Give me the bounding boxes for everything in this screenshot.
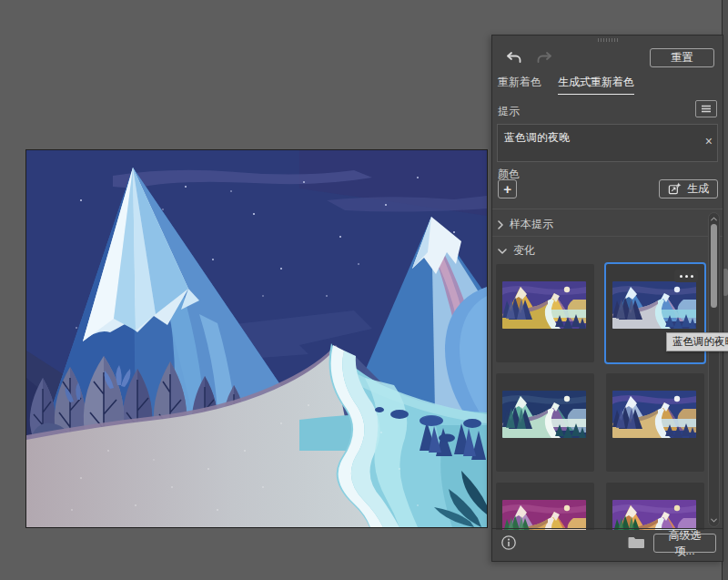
chevron-right-icon bbox=[498, 220, 503, 229]
info-icon bbox=[500, 534, 517, 551]
folder-icon bbox=[628, 536, 644, 549]
thumbnail-image bbox=[612, 500, 696, 530]
artboard[interactable] bbox=[25, 149, 488, 528]
info-button[interactable] bbox=[500, 534, 517, 551]
panel-footer: 高级选项... bbox=[492, 528, 723, 561]
prompt-presets-button[interactable] bbox=[695, 100, 717, 117]
thumbnail-tooltip: 蓝色调的夜晚 bbox=[666, 332, 728, 351]
prompt-input-box: 蓝色调的夜晚 × bbox=[497, 124, 718, 162]
thumbnail-image bbox=[612, 391, 696, 438]
undo-button[interactable] bbox=[504, 50, 523, 66]
generate-icon bbox=[668, 182, 682, 196]
thumbnail-image bbox=[612, 281, 696, 329]
tab-recolor[interactable]: 重新着色 bbox=[498, 75, 541, 95]
generative-recolor-panel: 重置 重新着色 生成式重新着色 提示 蓝色调的夜晚 × 颜色 + 生成 样本提示 bbox=[491, 35, 723, 562]
scroll-down-icon[interactable] bbox=[711, 518, 717, 523]
variation-thumbnail[interactable] bbox=[496, 483, 594, 530]
variation-thumbnail[interactable] bbox=[496, 373, 594, 472]
scrollbar-thumb[interactable] bbox=[711, 224, 717, 308]
reset-button[interactable]: 重置 bbox=[650, 48, 714, 67]
variations-label: 变化 bbox=[513, 243, 535, 259]
redo-icon bbox=[535, 50, 554, 66]
scrollbar[interactable] bbox=[708, 212, 720, 527]
scroll-up-icon[interactable] bbox=[711, 217, 717, 221]
panel-grip[interactable] bbox=[598, 38, 618, 42]
artwork-night-landscape bbox=[26, 150, 487, 527]
sample-prompts-label: 样本提示 bbox=[510, 217, 553, 232]
chevron-down-icon bbox=[498, 249, 507, 254]
thumbnail-image bbox=[502, 500, 586, 530]
generate-label: 生成 bbox=[687, 181, 709, 197]
advanced-options-button[interactable]: 高级选项... bbox=[653, 534, 716, 553]
tab-generative-recolor[interactable]: 生成式重新着色 bbox=[558, 75, 634, 95]
variation-thumbnail[interactable] bbox=[606, 373, 704, 472]
tab-bar: 重新着色 生成式重新着色 bbox=[498, 75, 634, 95]
divider bbox=[492, 236, 723, 237]
undo-icon bbox=[504, 50, 523, 66]
illustrator-workspace: { "colors": { "accent": "#3e86e0", "pane… bbox=[0, 0, 728, 580]
clear-prompt-icon[interactable]: × bbox=[705, 135, 713, 148]
generate-button[interactable]: 生成 bbox=[659, 179, 718, 198]
panel-scroll-area: 样本提示 变化 bbox=[492, 209, 723, 530]
section-sample-prompts[interactable]: 样本提示 bbox=[498, 217, 553, 232]
folder-button[interactable] bbox=[628, 536, 644, 549]
redo-button[interactable] bbox=[535, 50, 554, 66]
prompt-label: 提示 bbox=[498, 104, 520, 119]
section-variations[interactable]: 变化 bbox=[498, 243, 535, 259]
menu-icon bbox=[701, 105, 712, 113]
thumbnail-image bbox=[502, 281, 586, 329]
variations-grid bbox=[496, 264, 704, 530]
variation-thumbnail[interactable] bbox=[496, 264, 594, 362]
thumbnail-image bbox=[502, 391, 586, 438]
add-color-button[interactable]: + bbox=[498, 179, 517, 198]
more-options-icon[interactable] bbox=[674, 270, 698, 282]
variation-thumbnail[interactable] bbox=[606, 483, 704, 530]
prompt-input[interactable]: 蓝色调的夜晚 bbox=[498, 125, 717, 161]
